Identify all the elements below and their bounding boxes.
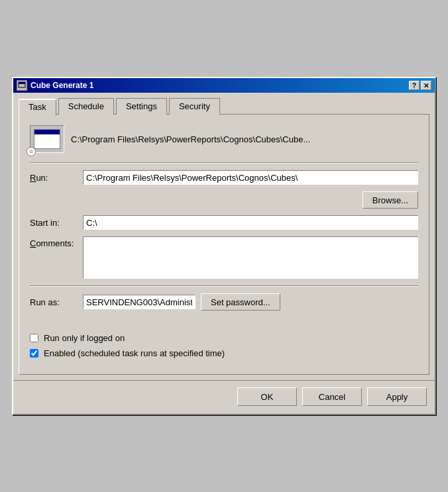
browse-button[interactable]: Browse... bbox=[363, 191, 418, 209]
task-icon-row: ⊙ C:\Program Files\Relsys\PowerReports\C… bbox=[30, 125, 418, 153]
app-icon-box: ⊙ bbox=[30, 125, 64, 153]
start-in-row: Start in: bbox=[30, 215, 418, 230]
run-as-label: Run as: bbox=[30, 297, 83, 307]
app-title-icon bbox=[17, 80, 27, 91]
tab-bar: Task Schedule Settings Security bbox=[19, 98, 429, 115]
app-icon-inner bbox=[34, 129, 60, 149]
run-only-if-logged-on-label: Run only if logged on bbox=[44, 333, 125, 343]
svg-rect-1 bbox=[19, 82, 25, 84]
tab-security[interactable]: Security bbox=[169, 98, 220, 115]
enabled-checkbox[interactable] bbox=[30, 349, 38, 358]
task-path-text: C:\Program Files\Relsys\PowerReports\Cog… bbox=[71, 134, 310, 144]
run-row: Run: bbox=[30, 170, 418, 185]
window-title: Cube Generate 1 bbox=[30, 81, 93, 90]
title-buttons: ? ✕ bbox=[409, 81, 431, 90]
comments-textarea[interactable] bbox=[83, 236, 418, 279]
comments-row: Comments: bbox=[30, 236, 418, 279]
dialog-footer: OK Cancel Apply bbox=[13, 380, 435, 414]
apply-button[interactable]: Apply bbox=[367, 387, 427, 406]
separator-1 bbox=[30, 162, 418, 164]
comments-label: Comments: bbox=[30, 236, 83, 248]
enabled-label: Enabled (scheduled task runs at specifie… bbox=[44, 348, 225, 358]
tab-settings[interactable]: Settings bbox=[116, 98, 167, 115]
ok-button[interactable]: OK bbox=[237, 387, 297, 406]
start-in-label: Start in: bbox=[30, 218, 83, 228]
set-password-button[interactable]: Set password... bbox=[201, 293, 280, 311]
comments-label-rest: omments: bbox=[36, 238, 74, 248]
run-input[interactable] bbox=[83, 170, 418, 185]
start-in-input[interactable] bbox=[83, 215, 418, 230]
tab-task[interactable]: Task bbox=[19, 99, 56, 115]
dialog-window: Cube Generate 1 ? ✕ Task Schedule Settin… bbox=[12, 77, 436, 415]
title-bar-left: Cube Generate 1 bbox=[17, 80, 93, 91]
tab-schedule[interactable]: Schedule bbox=[58, 98, 114, 115]
help-button[interactable]: ? bbox=[409, 81, 420, 90]
enabled-label-rest: nabled (scheduled task runs at specified… bbox=[50, 348, 225, 358]
clock-icon: ⊙ bbox=[27, 147, 36, 156]
title-bar: Cube Generate 1 ? ✕ bbox=[13, 78, 435, 93]
run-as-row: Run as: Set password... bbox=[30, 293, 418, 311]
run-as-input[interactable] bbox=[83, 295, 196, 309]
app-icon-titlebar bbox=[34, 130, 60, 134]
run-only-if-logged-on-checkbox[interactable] bbox=[30, 334, 38, 342]
close-button[interactable]: ✕ bbox=[421, 81, 431, 90]
separator-2 bbox=[30, 285, 418, 287]
checkbox-row-2: Enabled (scheduled task runs at specifie… bbox=[30, 348, 418, 358]
run-label-text: un: bbox=[36, 173, 48, 183]
dialog-content: Task Schedule Settings Security ⊙ bbox=[13, 93, 435, 380]
run-label: Run: bbox=[30, 173, 83, 183]
checkbox-row-1: Run only if logged on bbox=[30, 333, 418, 343]
tab-panel-task: ⊙ C:\Program Files\Relsys\PowerReports\C… bbox=[19, 114, 429, 375]
cancel-button[interactable]: Cancel bbox=[302, 387, 362, 406]
browse-row: Browse... bbox=[30, 191, 418, 209]
